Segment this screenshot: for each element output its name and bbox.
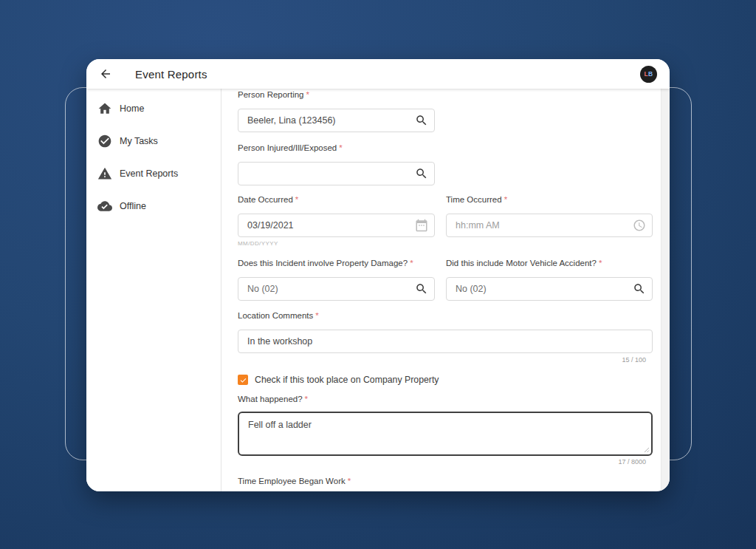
home-icon	[97, 101, 112, 116]
location-comments-input[interactable]	[238, 330, 652, 352]
property-damage-label: Does this Incident involve Property Dama…	[238, 259, 435, 267]
user-avatar[interactable]: LB	[640, 66, 657, 83]
date-format-helper: MM/DD/YYYY	[238, 241, 435, 247]
event-reports-window: Event Reports LB Home My Tasks Event Rep…	[86, 59, 670, 491]
property-damage-field[interactable]	[238, 277, 435, 301]
person-reporting-input[interactable]	[238, 109, 434, 132]
date-occurred-field[interactable]	[238, 214, 435, 237]
required-asterisk: *	[315, 311, 318, 320]
what-happened-label: What happened?*	[238, 395, 653, 403]
time-occurred-field[interactable]	[446, 214, 653, 237]
back-button[interactable]	[98, 67, 113, 81]
sidebar-item-label: My Tasks	[120, 136, 158, 146]
person-injured-label: Person Injured/Ill/Exposed*	[238, 143, 653, 152]
location-comments-field[interactable]	[238, 330, 653, 353]
scrollbar-track[interactable]	[661, 89, 670, 491]
time-began-work-label: Time Employee Began Work*	[238, 477, 653, 485]
search-icon[interactable]	[633, 282, 646, 296]
clock-icon[interactable]	[633, 219, 646, 232]
event-report-form: Person Reporting* Person Injured/Ill/Exp…	[221, 89, 670, 491]
search-icon[interactable]	[415, 282, 428, 296]
label-text: Did this include Motor Vehicle Accident?	[446, 259, 597, 267]
company-property-checkbox[interactable]	[238, 375, 248, 385]
sidebar-item-event-reports[interactable]: Event Reports	[86, 157, 221, 190]
date-occurred-input[interactable]	[238, 214, 434, 236]
person-injured-field[interactable]	[238, 162, 435, 185]
time-occurred-label: Time Occurred*	[446, 195, 653, 204]
location-comments-label: Location Comments*	[238, 311, 653, 320]
sidebar-item-my-tasks[interactable]: My Tasks	[86, 125, 221, 157]
person-reporting-field[interactable]	[238, 109, 435, 132]
damage-vehicle-row: Does this Incident involve Property Dama…	[238, 259, 653, 301]
what-happened-field[interactable]: Fell off a ladder	[238, 412, 653, 456]
avatar-initial-2: B	[648, 70, 653, 78]
resize-grip-icon[interactable]	[644, 447, 650, 453]
person-reporting-label: Person Reporting*	[238, 90, 653, 99]
search-icon[interactable]	[415, 114, 428, 127]
required-asterisk: *	[410, 259, 413, 267]
calendar-icon[interactable]	[415, 219, 428, 232]
sidebar-item-label: Event Reports	[120, 168, 178, 179]
app-bar: Event Reports LB	[86, 59, 670, 89]
sidebar-item-label: Offline	[120, 201, 146, 211]
label-text: Date Occurred	[238, 195, 293, 204]
location-comments-counter: 15 / 100	[238, 357, 653, 364]
window-body: Home My Tasks Event Reports Offline Pers…	[86, 89, 670, 491]
search-icon[interactable]	[415, 167, 428, 180]
date-time-row: Date Occurred* MM/DD/YYYY Time Occurred*	[238, 195, 653, 247]
person-injured-input[interactable]	[238, 163, 434, 185]
label-text: Location Comments	[238, 311, 313, 320]
checkmark-icon	[239, 376, 247, 384]
label-text: Person Reporting	[238, 90, 304, 99]
required-asterisk: *	[348, 477, 351, 485]
label-text: What happened?	[238, 395, 303, 403]
motor-vehicle-field[interactable]	[446, 277, 653, 301]
required-asterisk: *	[306, 90, 309, 99]
check-circle-icon	[97, 134, 112, 149]
warning-icon	[97, 166, 112, 181]
required-asterisk: *	[295, 195, 298, 204]
sidebar-item-offline[interactable]: Offline	[86, 190, 221, 222]
label-text: Time Employee Began Work	[238, 477, 346, 485]
cloud-done-icon	[97, 199, 112, 214]
sidebar-item-home[interactable]: Home	[86, 92, 221, 125]
date-occurred-label: Date Occurred*	[238, 195, 435, 204]
arrow-back-icon	[99, 67, 112, 81]
time-occurred-input[interactable]	[447, 214, 652, 236]
company-property-label: Check if this took place on Company Prop…	[255, 375, 439, 385]
page-title: Event Reports	[135, 68, 207, 81]
label-text: Person Injured/Ill/Exposed	[238, 143, 337, 152]
required-asterisk: *	[504, 195, 507, 204]
property-damage-input[interactable]	[238, 278, 434, 300]
label-text: Does this Incident involve Property Dama…	[238, 259, 408, 267]
required-asterisk: *	[305, 395, 308, 403]
motor-vehicle-label: Did this include Motor Vehicle Accident?…	[446, 259, 653, 267]
required-asterisk: *	[339, 143, 342, 152]
what-happened-textarea[interactable]: Fell off a ladder	[239, 413, 651, 454]
what-happened-counter: 17 / 8000	[238, 459, 653, 466]
label-text: Time Occurred	[446, 195, 502, 204]
company-property-row: Check if this took place on Company Prop…	[238, 375, 653, 385]
required-asterisk: *	[599, 259, 602, 267]
motor-vehicle-input[interactable]	[447, 278, 652, 300]
sidebar-nav: Home My Tasks Event Reports Offline	[86, 89, 221, 491]
sidebar-item-label: Home	[120, 103, 144, 114]
